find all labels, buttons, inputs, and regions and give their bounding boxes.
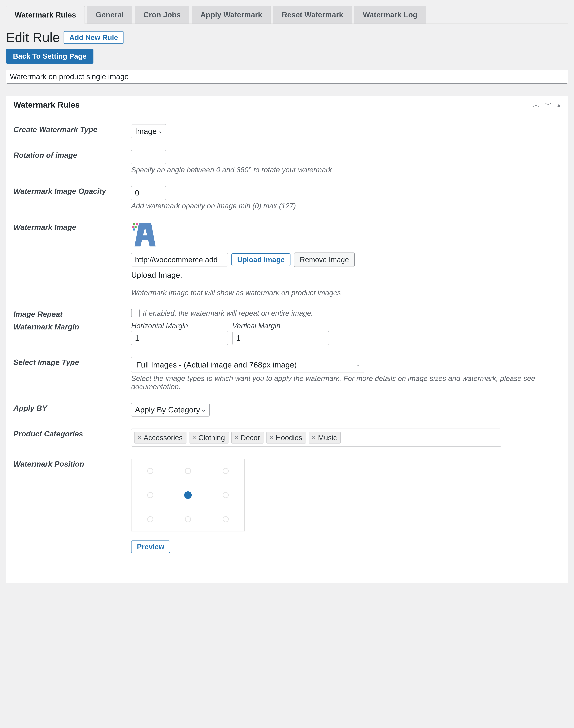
image-repeat-hint: If enabled, the watermark will repeat on… [143, 309, 313, 317]
position-bottom-left[interactable] [131, 507, 169, 531]
image-repeat-label: Image Repeat [13, 309, 131, 319]
tag-accessories: ✕Accessories [134, 432, 187, 444]
rotation-label: Rotation of image [13, 150, 131, 160]
svg-rect-4 [133, 229, 135, 231]
svg-rect-0 [133, 223, 135, 226]
h-margin-input[interactable] [131, 331, 228, 345]
remove-tag-icon[interactable]: ✕ [137, 434, 142, 441]
create-type-value: Image [135, 127, 157, 136]
svg-rect-3 [134, 226, 137, 228]
image-url-input[interactable] [131, 253, 228, 267]
image-type-value: Full Images - (Actual image and 768px im… [136, 360, 297, 369]
tag-clothing: ✕Clothing [189, 432, 229, 444]
opacity-hint: Add watermark opacity on image min (0) m… [131, 202, 561, 210]
create-type-label: Create Watermark Type [13, 124, 131, 134]
categories-label: Product Categories [13, 428, 131, 438]
remove-tag-icon[interactable]: ✕ [269, 434, 274, 441]
image-type-hint: Select the image types to which want you… [131, 374, 561, 391]
apply-by-label: Apply BY [13, 403, 131, 413]
tab-watermark-log[interactable]: Watermark Log [354, 6, 426, 24]
panel-collapse-icon[interactable]: ▴ [557, 101, 561, 108]
page-title-row: Edit Rule Add New Rule [6, 30, 568, 45]
tab-reset-watermark[interactable]: Reset Watermark [273, 6, 352, 24]
add-new-rule-button[interactable]: Add New Rule [64, 31, 124, 44]
tab-cron-jobs[interactable]: Cron Jobs [135, 6, 189, 24]
position-middle-left[interactable] [131, 483, 169, 507]
page-title: Edit Rule [6, 30, 60, 45]
svg-rect-2 [132, 226, 134, 228]
tabs: Watermark Rules General Cron Jobs Apply … [6, 6, 568, 24]
tag-decor: ✕Decor [232, 432, 264, 444]
panel-down-icon[interactable]: ﹀ [545, 100, 552, 109]
v-margin-label: Vertical Margin [232, 322, 329, 330]
apply-by-select[interactable]: Apply By Category ⌄ [131, 403, 210, 416]
chevron-down-icon: ⌄ [201, 407, 206, 413]
rules-panel: Watermark Rules ︿ ﹀ ▴ Create Watermark T… [6, 96, 568, 583]
position-top-center[interactable] [169, 459, 207, 483]
image-type-label: Select Image Type [13, 357, 131, 367]
image-type-select[interactable]: Full Images - (Actual image and 768px im… [131, 357, 365, 372]
opacity-label: Watermark Image Opacity [13, 186, 131, 196]
watermark-preview-image [131, 222, 561, 249]
chevron-down-icon: ⌄ [356, 362, 360, 368]
apply-by-value: Apply By Category [135, 405, 200, 414]
v-margin-input[interactable] [232, 331, 329, 345]
categories-input[interactable]: ✕Accessories ✕Clothing ✕Decor ✕Hoodies ✕… [131, 428, 501, 447]
position-top-left[interactable] [131, 459, 169, 483]
panel-title: Watermark Rules [13, 100, 80, 109]
margin-label: Watermark Margin [13, 322, 131, 331]
opacity-input[interactable] [131, 186, 166, 200]
svg-rect-1 [136, 223, 138, 226]
rotation-input[interactable] [131, 150, 166, 164]
watermark-image-label: Watermark Image [13, 222, 131, 232]
position-middle-right[interactable] [207, 483, 245, 507]
create-type-select[interactable]: Image ⌄ [131, 124, 166, 138]
position-bottom-right[interactable] [207, 507, 245, 531]
tab-watermark-rules[interactable]: Watermark Rules [6, 6, 85, 24]
back-to-setting-button[interactable]: Back To Setting Page [6, 49, 93, 64]
image-repeat-checkbox[interactable] [131, 309, 140, 317]
upload-image-button[interactable]: Upload Image [232, 254, 290, 266]
tab-apply-watermark[interactable]: Apply Watermark [192, 6, 271, 24]
tab-general[interactable]: General [87, 6, 132, 24]
chevron-down-icon: ⌄ [158, 128, 163, 134]
preview-button[interactable]: Preview [131, 541, 170, 553]
position-grid [131, 459, 245, 532]
tag-hoodies: ✕Hoodies [266, 432, 306, 444]
rule-title-input[interactable] [6, 70, 568, 84]
remove-tag-icon[interactable]: ✕ [311, 434, 316, 441]
panel-up-icon[interactable]: ︿ [533, 100, 540, 109]
position-middle-center[interactable] [169, 483, 207, 507]
position-top-right[interactable] [207, 459, 245, 483]
tag-music: ✕Music [309, 432, 340, 444]
panel-body: Create Watermark Type Image ⌄ Rotation o… [6, 114, 568, 583]
rotation-hint: Specify an angle between 0 and 360° to r… [131, 166, 561, 174]
remove-tag-icon[interactable]: ✕ [192, 434, 197, 441]
upload-image-text: Upload Image. [131, 270, 561, 279]
panel-header: Watermark Rules ︿ ﹀ ▴ [6, 96, 568, 114]
position-bottom-center[interactable] [169, 507, 207, 531]
panel-controls: ︿ ﹀ ▴ [533, 100, 561, 109]
remove-tag-icon[interactable]: ✕ [234, 434, 239, 441]
h-margin-label: Horizontal Margin [131, 322, 228, 330]
watermark-image-hint: Watermark Image that will show as waterm… [131, 288, 561, 297]
remove-image-button[interactable]: Remove Image [294, 253, 355, 267]
position-label: Watermark Position [13, 459, 131, 468]
